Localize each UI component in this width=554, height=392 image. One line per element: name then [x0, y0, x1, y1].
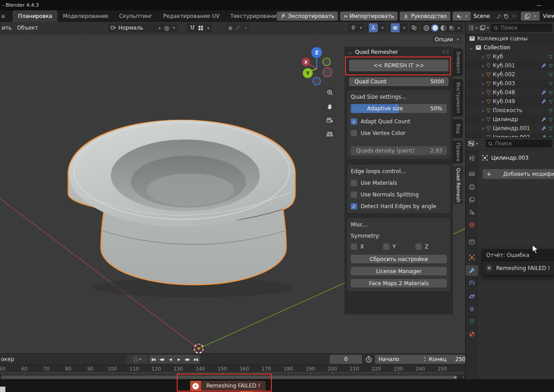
collapse-arrow-icon[interactable]: ‹	[462, 374, 464, 380]
viewlayer-icon-button[interactable]	[521, 12, 540, 21]
overlays-dropdown[interactable]	[388, 23, 408, 32]
object-name[interactable]: Куб.002	[493, 71, 515, 78]
tab-layout[interactable]: Планировка	[13, 10, 57, 22]
facemaps-button[interactable]: Face Maps 2 Materials	[351, 279, 447, 287]
expand-chevron-icon[interactable]	[482, 107, 484, 114]
playback-button-5[interactable]: ▶▮	[192, 355, 200, 364]
detect-hard-edges-row[interactable]: Detect Hard Edges by angle	[351, 203, 447, 209]
frame-start-field[interactable]: Начало 1	[375, 355, 431, 364]
viewlayer-name[interactable]: ViewLay	[543, 13, 554, 19]
checkbox-icon[interactable]	[351, 192, 357, 198]
proportional-editing-controls[interactable]: ◉	[225, 23, 249, 32]
modifiers-tab-icon[interactable]	[466, 265, 478, 276]
gizmos-dropdown[interactable]	[366, 23, 386, 32]
zoom-tool-button[interactable]	[324, 87, 336, 98]
outliner-filter-dropdown[interactable]	[468, 25, 478, 31]
tab-item[interactable]: Элемент	[453, 48, 463, 76]
outliner-object-row[interactable]: ▽ Куб.003 ▽	[466, 79, 554, 88]
object-data-tab-icon[interactable]: ▽	[466, 316, 478, 327]
object-tab-icon[interactable]	[466, 252, 478, 263]
license-manager-button[interactable]: License Manager	[351, 267, 447, 275]
auto-keyframe-stopwatch-icon[interactable]	[365, 356, 372, 363]
import-button[interactable]: ›› Импортировать	[340, 12, 397, 21]
expand-chevron-icon[interactable]	[482, 53, 484, 60]
material-tab-icon[interactable]	[466, 329, 478, 340]
pivot-point-dropdown[interactable]: ◎	[161, 23, 178, 32]
symmetry-x-row[interactable]: X	[351, 244, 383, 250]
manual-button[interactable]: Руководство	[400, 12, 450, 21]
viewport-3d[interactable]: ить Объект Нормаль ◎ ◉	[0, 22, 465, 353]
object-name[interactable]: Цилиндр.001	[493, 125, 530, 131]
pan-tool-button[interactable]	[324, 100, 336, 112]
gizmo-neg-z-axis[interactable]	[313, 78, 321, 85]
expand-chevron-icon[interactable]	[482, 116, 484, 123]
scene-name[interactable]: Scene	[473, 13, 490, 19]
properties-editor-type-dropdown[interactable]	[468, 140, 478, 147]
physics-tab-icon[interactable]	[466, 291, 478, 302]
snap-controls[interactable]	[187, 23, 212, 32]
current-frame-field[interactable]: 0	[330, 355, 362, 364]
scrollbar-handle-dot[interactable]	[454, 376, 456, 379]
checkbox-icon[interactable]	[415, 244, 422, 250]
object-name-breadcrumb[interactable]: Цилиндр.003	[491, 155, 528, 161]
outliner-object-row[interactable]: ▽ Куб.048 ▽	[466, 88, 554, 97]
object-name[interactable]: Куб.003	[493, 80, 515, 87]
checkbox-icon[interactable]	[351, 130, 357, 136]
symmetry-z-row[interactable]: Z	[415, 244, 428, 250]
pin-icon[interactable]	[496, 14, 501, 19]
outliner-object-row[interactable]: ▽ Куб ▽	[466, 52, 554, 61]
menu-object[interactable]: Объект	[17, 25, 38, 31]
collection-label[interactable]: Collection	[484, 44, 510, 51]
keying-set-button[interactable]: ○	[127, 355, 148, 364]
frame-end-field[interactable]: Конец 250	[425, 355, 465, 364]
playback-button-0[interactable]: ▮◀	[149, 355, 157, 364]
status-error-toast[interactable]: ✕ Remeshing FAILED !	[190, 381, 266, 391]
outliner-display-mode-dropdown[interactable]	[480, 25, 489, 31]
gizmo-neg-x-axis[interactable]	[323, 68, 332, 77]
outliner-object-row[interactable]: ▽ Цилиндр.001 ▽	[466, 124, 554, 133]
playback-button-1[interactable]: ◀◆	[157, 355, 166, 364]
viewlayer-tab-icon[interactable]	[466, 194, 478, 205]
tab-modeling[interactable]: Моделирование	[57, 10, 113, 22]
outliner-object-row[interactable]: ▽ Плоскость ▽	[466, 106, 554, 115]
timeline-ruler[interactable]: 5060708090100110120130140150160170180190…	[0, 365, 465, 375]
object-name[interactable]: Куб.049	[493, 98, 515, 105]
quads-density-slider[interactable]: Quads density (paint) 2.93	[351, 146, 447, 155]
scene-selector[interactable]: Scene ✕	[453, 12, 519, 21]
outliner-object-row[interactable]: ▽ Куб.049 ▽	[466, 97, 554, 106]
outliner-object-row[interactable]: ▽ Цилиндр.002 ▽	[466, 133, 554, 137]
minimize-button[interactable]: —	[537, 2, 541, 8]
viewlayer-selector[interactable]: ViewLay	[521, 12, 554, 21]
adapt-quad-count-row[interactable]: Adapt Quad Count	[351, 118, 447, 125]
shading-rendered-icon[interactable]	[448, 25, 455, 31]
options-button[interactable]: Опции	[432, 35, 462, 44]
outliner-object-row[interactable]: ▽ Куб.002 ▽	[466, 70, 554, 79]
expand-chevron-icon[interactable]	[482, 71, 484, 78]
outliner-search-input[interactable]: Поиск	[491, 24, 552, 32]
shading-mode-group[interactable]	[420, 23, 462, 32]
object-name[interactable]: Цилиндр.002	[493, 134, 530, 137]
toggle-perspective-button[interactable]	[324, 128, 336, 140]
object-name[interactable]: Куб.048	[493, 89, 515, 96]
render-tab-icon[interactable]	[466, 168, 478, 179]
collection-tab-icon[interactable]	[466, 236, 478, 247]
gizmo-neg-y-axis[interactable]	[323, 58, 331, 66]
camera-view-button[interactable]	[324, 114, 336, 126]
export-button[interactable]: Экспортировать	[277, 12, 338, 21]
tool-tab-icon[interactable]	[466, 153, 478, 164]
tab-uv-editing[interactable]: Редактирование UV	[158, 10, 225, 22]
menu-add-partial[interactable]: ить	[2, 25, 12, 31]
shading-wireframe-icon[interactable]	[423, 25, 430, 31]
scene-icon[interactable]	[453, 12, 471, 21]
playback-button-3[interactable]: ▶	[174, 355, 183, 364]
use-materials-row[interactable]: Use Materials	[351, 180, 447, 186]
remesh-it-button[interactable]: << REMESH IT >>	[349, 60, 449, 71]
adaptive-size-slider[interactable]: Adaptive size 50%	[351, 104, 447, 113]
world-tab-icon[interactable]	[466, 219, 478, 230]
transform-orientation-dropdown[interactable]: Нормаль	[108, 23, 163, 32]
navigation-gizmo[interactable]: Z X Y	[296, 39, 339, 91]
scene-collection-label[interactable]: Коллекция сцены	[477, 35, 528, 42]
xray-toggle[interactable]	[410, 23, 419, 32]
expand-chevron-icon[interactable]	[482, 125, 484, 132]
object-name[interactable]: Цилиндр	[493, 116, 518, 122]
